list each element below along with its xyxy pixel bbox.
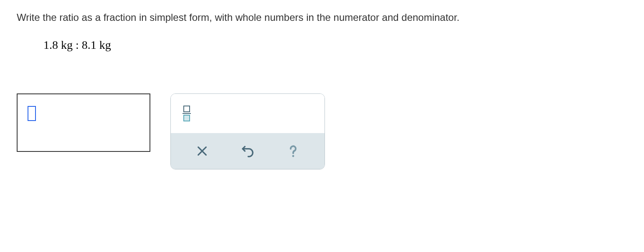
close-icon (195, 144, 209, 158)
fraction-button[interactable] (183, 102, 191, 125)
clear-button[interactable] (182, 140, 222, 162)
svg-point-0 (292, 155, 294, 157)
fraction-icon (183, 106, 191, 121)
question-prompt: Write the ratio as a fraction in simples… (17, 12, 627, 23)
undo-button[interactable] (228, 140, 268, 162)
help-button[interactable] (273, 140, 313, 162)
toolbar-top-row (171, 94, 325, 133)
question-expression: 1.8 kg : 8.1 kg (43, 38, 627, 52)
math-toolbar (170, 93, 325, 169)
question-mark-icon (287, 144, 300, 158)
answer-cursor-box[interactable] (28, 106, 36, 121)
input-row (17, 93, 627, 169)
toolbar-bottom-row (171, 133, 325, 169)
answer-input-area[interactable] (17, 93, 150, 152)
undo-icon (241, 144, 254, 158)
